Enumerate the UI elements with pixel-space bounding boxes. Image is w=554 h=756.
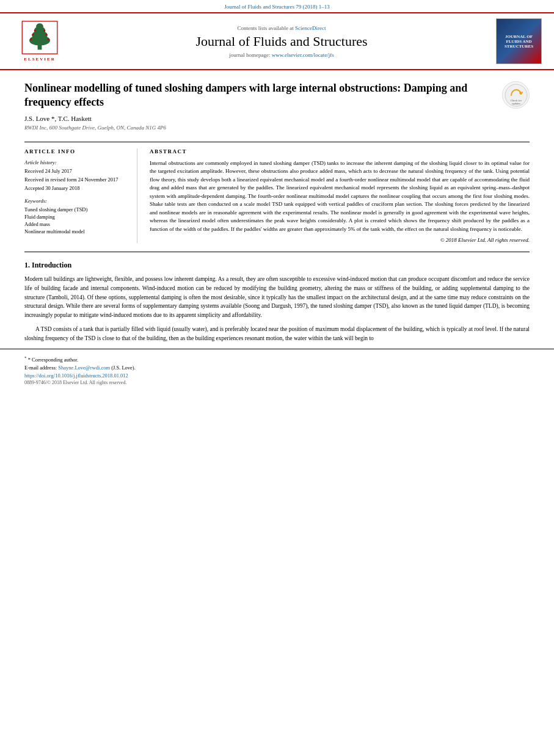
issn-line: 0889-9746/© 2018 Elsevier Ltd. All right… xyxy=(24,380,530,385)
email-link[interactable]: Shayne.Love@rwdi.com xyxy=(58,365,110,371)
sciencedirect-line: Contents lists available at ScienceDirec… xyxy=(73,25,490,31)
keyword-2: Fluid damping xyxy=(24,214,128,220)
main-content: Nonlinear modelling of tuned sloshing da… xyxy=(0,70,554,343)
svg-point-6 xyxy=(36,23,43,29)
article-revised: Received in revised form 24 November 201… xyxy=(24,176,128,184)
abstract-heading: ABSTRACT xyxy=(150,148,530,154)
copyright-line: © 2018 Elsevier Ltd. All rights reserved… xyxy=(150,237,530,243)
doi-link[interactable]: https://doi.org/10.1016/j.jfluidstructs.… xyxy=(24,373,530,379)
article-affiliation: RWDI Inc, 600 Southgate Drive, Guelph, O… xyxy=(24,125,496,131)
page: Journal of Fluids and Structures 79 (201… xyxy=(0,0,554,756)
abstract-col: ABSTRACT Internal obstructions are commo… xyxy=(150,148,530,244)
svg-point-7 xyxy=(30,38,32,40)
check-updates-icon: Check for updates xyxy=(504,83,528,107)
abstract-text: Internal obstructions are commonly emplo… xyxy=(150,159,530,234)
svg-point-8 xyxy=(48,38,49,40)
article-info-col: ARTICLE INFO Article history: Received 2… xyxy=(24,148,137,244)
elsevier-tree-icon xyxy=(21,21,58,54)
footer: * * Corresponding author. E-mail address… xyxy=(0,349,554,391)
homepage-url[interactable]: www.elsevier.com/locate/jfs xyxy=(272,52,334,58)
article-accepted: Accepted 30 January 2018 xyxy=(24,185,128,192)
journal-cover-image: JOURNAL OF FLUIDS AND STRUCTURES xyxy=(496,18,542,64)
svg-point-10 xyxy=(45,34,47,35)
check-updates-badge: Check for updates xyxy=(502,81,530,109)
intro-para-2: A TSD consists of a tank that is partial… xyxy=(24,325,530,343)
sciencedirect-link[interactable]: ScienceDirect xyxy=(295,25,326,31)
article-title: Nonlinear modelling of tuned sloshing da… xyxy=(24,81,496,110)
svg-text:updates: updates xyxy=(512,102,520,105)
svg-point-12 xyxy=(43,29,45,31)
introduction-heading: 1. Introduction xyxy=(24,261,530,270)
article-title-block: Nonlinear modelling of tuned sloshing da… xyxy=(24,81,496,131)
journal-header: ELSEVIER Contents lists available at Sci… xyxy=(0,12,554,70)
article-authors: J.S. Love *, T.C. Haskett xyxy=(24,115,496,122)
footnote-corresponding: * * Corresponding author. xyxy=(24,355,530,363)
keyword-1: Tuned sloshing damper (TSD) xyxy=(24,206,128,213)
footnote-email: E-mail address: Shayne.Love@rwdi.com (J.… xyxy=(24,365,530,371)
intro-para-1: Modern tall buildings are lightweight, f… xyxy=(24,275,530,320)
svg-point-9 xyxy=(32,34,34,35)
article-title-section: Nonlinear modelling of tuned sloshing da… xyxy=(24,70,530,136)
keyword-4: Nonlinear multimodal model xyxy=(24,228,128,234)
header-center-block: Contents lists available at ScienceDirec… xyxy=(73,25,490,58)
article-received: Received 24 July 2017 xyxy=(24,168,128,175)
journal-citation: Journal of Fluids and Structures 79 (201… xyxy=(224,4,330,10)
homepage-line: journal homepage: www.elsevier.com/locat… xyxy=(73,52,490,58)
svg-point-11 xyxy=(34,29,36,31)
article-info-heading: ARTICLE INFO xyxy=(24,148,128,154)
top-citation-bar: Journal of Fluids and Structures 79 (201… xyxy=(0,0,554,12)
elsevier-label: ELSEVIER xyxy=(24,57,55,62)
section-divider xyxy=(24,252,530,252)
article-info-abstract-cols: ARTICLE INFO Article history: Received 2… xyxy=(24,142,530,244)
introduction-body: Modern tall buildings are lightweight, f… xyxy=(24,275,530,343)
keyword-3: Added mass xyxy=(24,221,128,227)
journal-title: Journal of Fluids and Structures xyxy=(73,34,490,49)
article-history-label: Article history: xyxy=(24,159,128,165)
elsevier-logo-block: ELSEVIER xyxy=(12,21,67,62)
keywords-label: Keywords: xyxy=(24,198,128,204)
